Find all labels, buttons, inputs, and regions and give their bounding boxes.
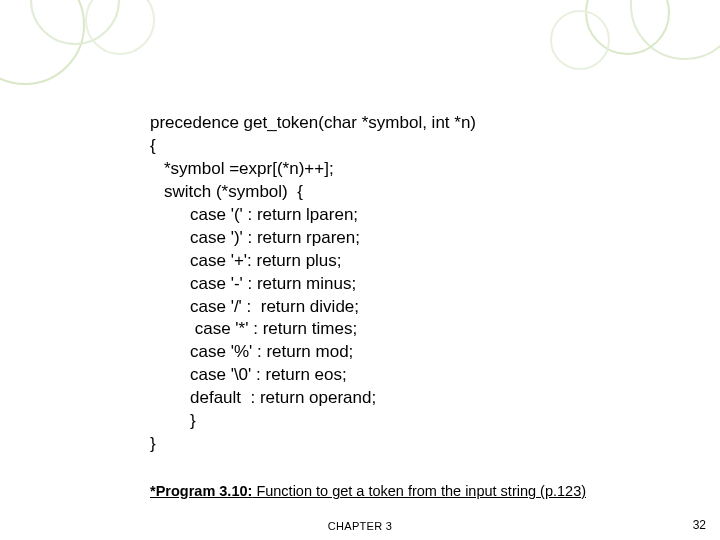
figure-caption: *Program 3.10: Function to get a token f… [150,483,586,499]
code-line: case '+': return plus; [150,250,476,273]
code-line: { [150,135,476,158]
caption-label: *Program 3.10: [150,483,252,499]
code-line: case '-' : return minus; [150,273,476,296]
decor-circle [550,10,610,70]
code-block: precedence get_token(char *symbol, int *… [150,112,476,456]
code-line: precedence get_token(char *symbol, int *… [150,112,476,135]
decor-circle [85,0,155,55]
code-line: } [150,433,476,456]
code-line: case ')' : return rparen; [150,227,476,250]
caption-text: Function to get a token from the input s… [252,483,586,499]
code-line: switch (*symbol) { [150,181,476,204]
code-line: case '/' : return divide; [150,296,476,319]
code-line: case '*' : return times; [150,318,476,341]
code-line: *symbol =expr[(*n)++]; [150,158,476,181]
code-line: case '%' : return mod; [150,341,476,364]
page-number: 32 [693,518,706,532]
code-line: default : return operand; [150,387,476,410]
code-line: case '(' : return lparen; [150,204,476,227]
code-line: case '\0' : return eos; [150,364,476,387]
code-line: } [150,410,476,433]
chapter-footer: CHAPTER 3 [328,520,392,532]
